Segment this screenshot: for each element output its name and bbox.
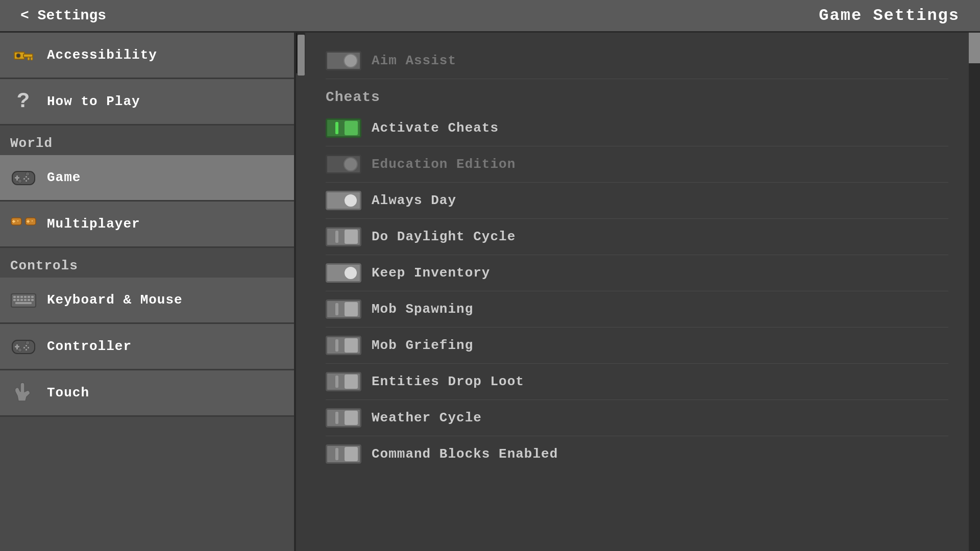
svg-rect-30 xyxy=(17,299,19,301)
svg-rect-33 xyxy=(28,299,30,301)
svg-rect-10 xyxy=(23,178,25,180)
toggle-block xyxy=(345,374,358,389)
toggle-block xyxy=(345,230,358,244)
keyboard-icon xyxy=(10,287,37,313)
svg-rect-17 xyxy=(17,220,18,221)
keep-inventory-label: Keep Inventory xyxy=(372,265,490,281)
svg-rect-42 xyxy=(26,349,27,350)
sidebar-keyboard-label: Keyboard & Mouse xyxy=(47,292,183,308)
weather-cycle-toggle[interactable] xyxy=(326,408,361,428)
education-edition-row: Education Edition xyxy=(326,146,948,183)
sidebar-touch-label: Touch xyxy=(47,385,89,400)
sidebar-item-keyboard[interactable]: Keyboard & Mouse xyxy=(0,278,294,324)
svg-rect-27 xyxy=(28,296,30,298)
mob-spawning-toggle[interactable] xyxy=(326,299,361,319)
command-blocks-toggle[interactable] xyxy=(326,444,361,464)
sidebar-section-controls: Controls xyxy=(0,248,294,278)
cheats-section-header: Cheats xyxy=(326,89,948,105)
sidebar: Accessibility ? How to Play World xyxy=(0,33,296,551)
sidebar-item-game[interactable]: Game xyxy=(0,155,294,202)
weather-cycle-label: Weather Cycle xyxy=(372,410,482,425)
content-panel: Aim Assist Cheats Activate Cheats Educat… xyxy=(305,33,969,551)
svg-rect-23 xyxy=(13,296,16,298)
svg-point-4 xyxy=(16,54,20,58)
weather-cycle-row: Weather Cycle xyxy=(326,400,948,436)
sidebar-howtoplay-label: How to Play xyxy=(47,94,140,109)
controller2-icon xyxy=(10,333,37,360)
mob-griefing-label: Mob Griefing xyxy=(372,338,473,353)
activate-cheats-label: Activate Cheats xyxy=(372,120,499,136)
toggle-bar xyxy=(335,339,338,352)
command-blocks-row: Command Blocks Enabled xyxy=(326,436,948,472)
sidebar-scrollbar-thumb xyxy=(298,35,305,76)
svg-rect-41 xyxy=(23,347,25,348)
svg-rect-20 xyxy=(27,221,30,222)
svg-rect-1 xyxy=(23,54,33,57)
header: < Settings Game Settings xyxy=(0,0,980,33)
toggle-block xyxy=(345,447,358,461)
sidebar-game-label: Game xyxy=(47,170,81,185)
key-icon xyxy=(10,42,37,68)
activate-cheats-toggle[interactable] xyxy=(326,118,361,138)
svg-point-43 xyxy=(18,348,22,352)
always-day-toggle[interactable] xyxy=(326,191,361,210)
sidebar-accessibility-label: Accessibility xyxy=(47,47,157,63)
content-scrollbar[interactable] xyxy=(969,33,980,551)
back-button[interactable]: < Settings xyxy=(20,8,106,23)
svg-rect-3 xyxy=(31,57,33,60)
question-icon: ? xyxy=(10,88,37,115)
svg-rect-40 xyxy=(28,347,29,348)
svg-rect-24 xyxy=(17,296,19,298)
mob-spawning-row: Mob Spawning xyxy=(326,291,948,328)
svg-rect-28 xyxy=(31,296,34,298)
svg-rect-26 xyxy=(24,296,27,298)
sidebar-section-world: World xyxy=(0,126,294,155)
svg-rect-8 xyxy=(26,176,27,178)
always-day-label: Always Day xyxy=(372,193,456,208)
sidebar-multiplayer-label: Multiplayer xyxy=(47,216,140,232)
aim-assist-row: Aim Assist xyxy=(326,43,948,79)
page-title: Game Settings xyxy=(819,6,960,25)
toggle-bar xyxy=(335,448,338,460)
sidebar-item-controller[interactable]: Controller xyxy=(0,324,294,370)
controller-icon xyxy=(10,164,37,191)
toggle-block xyxy=(345,338,358,353)
svg-rect-7 xyxy=(15,177,19,179)
entities-drop-loot-toggle[interactable] xyxy=(326,372,361,391)
svg-rect-32 xyxy=(24,299,27,301)
sidebar-item-how-to-play[interactable]: ? How to Play xyxy=(0,79,294,126)
command-blocks-label: Command Blocks Enabled xyxy=(372,446,558,462)
toggle-bar xyxy=(335,375,338,388)
svg-rect-21 xyxy=(32,220,33,221)
main-layout: Accessibility ? How to Play World xyxy=(0,33,980,551)
svg-rect-29 xyxy=(13,299,16,301)
entities-drop-loot-row: Entities Drop Loot xyxy=(326,364,948,400)
sidebar-item-touch[interactable]: Touch xyxy=(0,370,294,417)
sidebar-controller-label: Controller xyxy=(47,339,132,354)
mob-griefing-row: Mob Griefing xyxy=(326,328,948,364)
sidebar-scrollbar[interactable] xyxy=(296,33,305,73)
svg-rect-35 xyxy=(15,302,32,304)
toggle-bar xyxy=(335,231,338,243)
toggle-bar xyxy=(335,303,338,315)
aim-assist-label: Aim Assist xyxy=(372,53,456,68)
aim-assist-toggle[interactable] xyxy=(326,51,361,70)
multiplayer-icon xyxy=(10,211,37,237)
touch-icon xyxy=(10,380,37,406)
entities-drop-loot-label: Entities Drop Loot xyxy=(372,374,524,389)
toggle-circle xyxy=(344,157,358,171)
svg-point-12 xyxy=(18,179,22,183)
do-daylight-cycle-toggle[interactable] xyxy=(326,227,361,246)
do-daylight-cycle-row: Do Daylight Cycle xyxy=(326,219,948,255)
education-edition-toggle[interactable] xyxy=(326,155,361,174)
mob-griefing-toggle[interactable] xyxy=(326,336,361,355)
svg-rect-34 xyxy=(31,299,34,301)
keep-inventory-toggle[interactable] xyxy=(326,263,361,283)
sidebar-item-multiplayer[interactable]: Multiplayer xyxy=(0,202,294,248)
sidebar-item-accessibility[interactable]: Accessibility xyxy=(0,33,294,79)
toggle-circle xyxy=(344,193,358,208)
svg-point-44 xyxy=(26,341,30,345)
svg-rect-31 xyxy=(20,299,23,301)
toggle-bar xyxy=(335,412,338,424)
toggle-block xyxy=(345,411,358,425)
